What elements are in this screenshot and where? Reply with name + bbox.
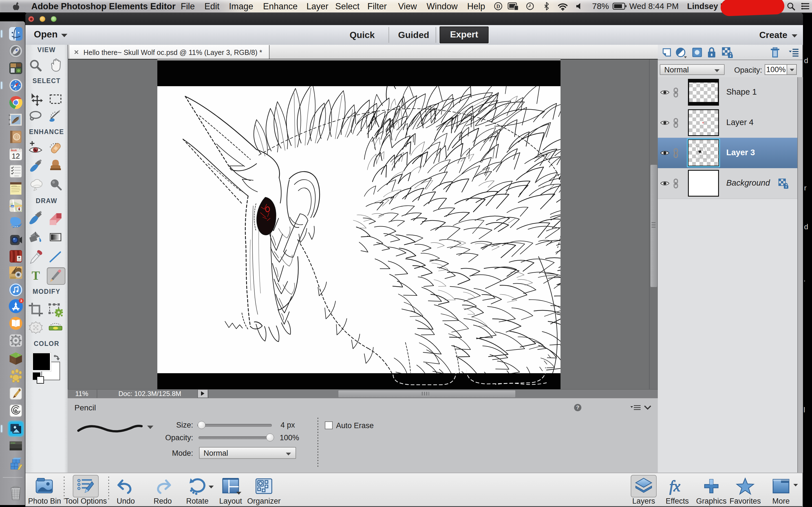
svg-text:3: 3 — [20, 299, 22, 303]
svg-text:@: @ — [14, 134, 19, 140]
svg-text:?: ? — [576, 405, 579, 410]
svg-text:12: 12 — [12, 152, 20, 160]
svg-text:D: D — [497, 4, 500, 9]
svg-text:exec: exec — [11, 442, 15, 444]
svg-text:280: 280 — [11, 206, 14, 207]
svg-text:T: T — [32, 269, 40, 283]
svg-text:fx: fx — [669, 478, 680, 495]
